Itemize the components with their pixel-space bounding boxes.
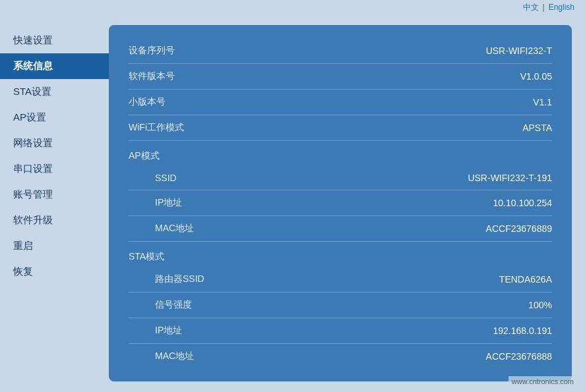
label-ap-ssid: SSID xyxy=(155,173,177,183)
sidebar-item-software-upgrade[interactable]: 软件升级 xyxy=(0,208,109,233)
sidebar-item-account-management[interactable]: 账号管理 xyxy=(0,182,109,208)
sidebar-item-ap-settings[interactable]: AP设置 xyxy=(0,105,109,130)
info-row-wifi-mode: WiFi工作模式 APSTA xyxy=(129,115,552,141)
sidebar-item-network-settings[interactable]: 网络设置 xyxy=(0,130,109,156)
lang-separator: | xyxy=(543,3,545,12)
value-sta-mac: ACCF23676888 xyxy=(486,351,552,362)
label-ap-ip: IP地址 xyxy=(155,197,182,209)
value-minor-version: V1.1 xyxy=(533,97,552,107)
sta-section-header: STA模式 xyxy=(129,244,552,267)
sta-row-ip: IP地址 192.168.0.191 xyxy=(129,318,552,344)
ap-row-ip: IP地址 10.10.100.254 xyxy=(129,190,552,216)
sta-row-signal: 信号强度 100% xyxy=(129,293,552,318)
label-sta-mac: MAC地址 xyxy=(155,350,194,362)
value-ap-mac: ACCF23676889 xyxy=(486,223,552,234)
value-sta-router-ssid: TENDA626A xyxy=(499,274,552,285)
info-row-minor-version: 小版本号 V1.1 xyxy=(129,90,552,115)
chinese-lang-link[interactable]: 中文 xyxy=(523,2,539,13)
main-layout: 快速设置 系统信息 STA设置 AP设置 网络设置 串口设置 账号管理 软件升级… xyxy=(0,14,585,392)
top-language-bar: 中文 | English xyxy=(0,0,585,14)
value-ap-ssid: USR-WIFI232-T-191 xyxy=(468,173,552,183)
value-wifi-mode: APSTA xyxy=(522,123,552,133)
sidebar: 快速设置 系统信息 STA设置 AP设置 网络设置 串口设置 账号管理 软件升级… xyxy=(0,14,109,392)
label-serial: 设备序列号 xyxy=(129,45,175,57)
label-software-version: 软件版本号 xyxy=(129,70,175,82)
sidebar-item-restart[interactable]: 重启 xyxy=(0,233,109,259)
sta-row-router-ssid: 路由器SSID TENDA626A xyxy=(129,267,552,293)
label-sta-signal: 信号强度 xyxy=(155,299,192,311)
content-area: 设备序列号 USR-WIFI232-T 软件版本号 V1.0.05 小版本号 V… xyxy=(109,25,572,381)
sta-row-mac: MAC地址 ACCF23676888 xyxy=(129,344,552,369)
ap-section-header: AP模式 xyxy=(129,144,552,166)
sidebar-item-restore[interactable]: 恢复 xyxy=(0,259,109,285)
label-minor-version: 小版本号 xyxy=(129,96,166,108)
ap-row-ssid: SSID USR-WIFI232-T-191 xyxy=(129,166,552,190)
label-sta-ip: IP地址 xyxy=(155,325,182,337)
info-row-software-version: 软件版本号 V1.0.05 xyxy=(129,64,552,90)
info-row-serial: 设备序列号 USR-WIFI232-T xyxy=(129,38,552,64)
sidebar-item-system-info[interactable]: 系统信息 xyxy=(0,53,109,79)
value-sta-signal: 100% xyxy=(528,300,552,310)
sidebar-item-serial-settings[interactable]: 串口设置 xyxy=(0,156,109,182)
ap-row-mac: MAC地址 ACCF23676889 xyxy=(129,216,552,242)
sidebar-item-sta-settings[interactable]: STA设置 xyxy=(0,79,109,105)
value-ap-ip: 10.10.100.254 xyxy=(493,198,552,208)
value-sta-ip: 192.168.0.191 xyxy=(493,325,552,336)
watermark: www.cntronics.com xyxy=(508,376,577,387)
english-lang-link[interactable]: English xyxy=(549,3,574,12)
value-software-version: V1.0.05 xyxy=(520,71,552,82)
sidebar-item-quick-setup[interactable]: 快速设置 xyxy=(0,28,109,53)
label-wifi-mode: WiFi工作模式 xyxy=(129,122,184,134)
label-sta-router-ssid: 路由器SSID xyxy=(155,273,204,285)
value-serial: USR-WIFI232-T xyxy=(486,45,552,56)
label-ap-mac: MAC地址 xyxy=(155,223,194,235)
